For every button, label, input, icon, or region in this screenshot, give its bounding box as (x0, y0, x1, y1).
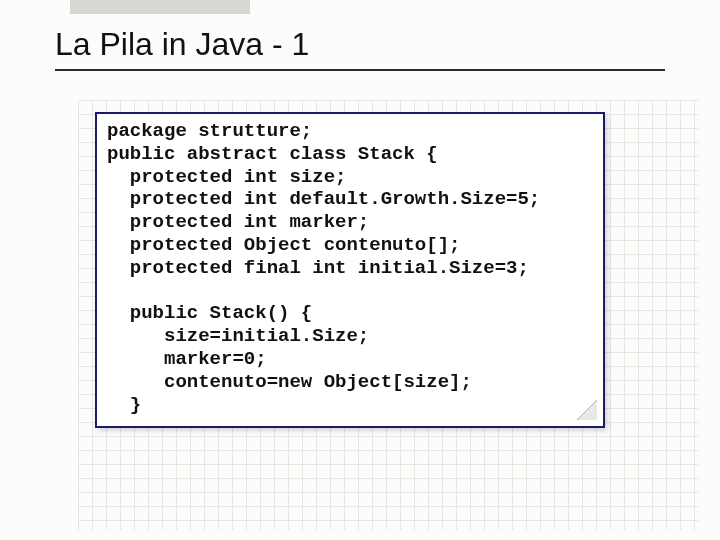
code-box: package strutture; public abstract class… (95, 112, 605, 428)
page-curl-icon (577, 400, 597, 420)
slide-title: La Pila in Java - 1 (55, 26, 665, 69)
code-content: package strutture; public abstract class… (107, 120, 593, 416)
title-underline (55, 69, 665, 71)
top-tab-decoration (70, 0, 250, 14)
title-block: La Pila in Java - 1 (55, 26, 665, 71)
slide: La Pila in Java - 1 package strutture; p… (0, 0, 720, 540)
